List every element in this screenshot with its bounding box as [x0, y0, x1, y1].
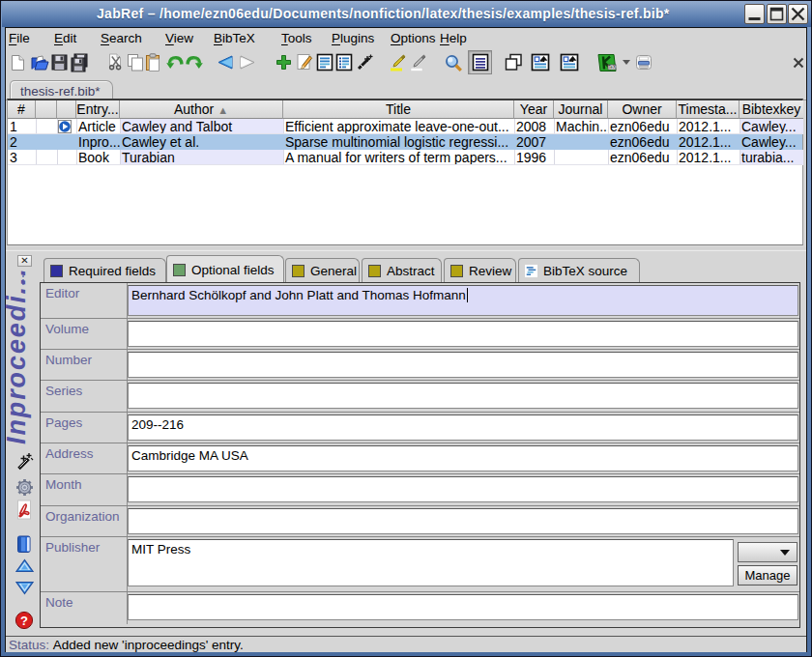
svg-text:?: ? [20, 614, 28, 628]
svg-text:TeX: TeX [608, 65, 616, 70]
